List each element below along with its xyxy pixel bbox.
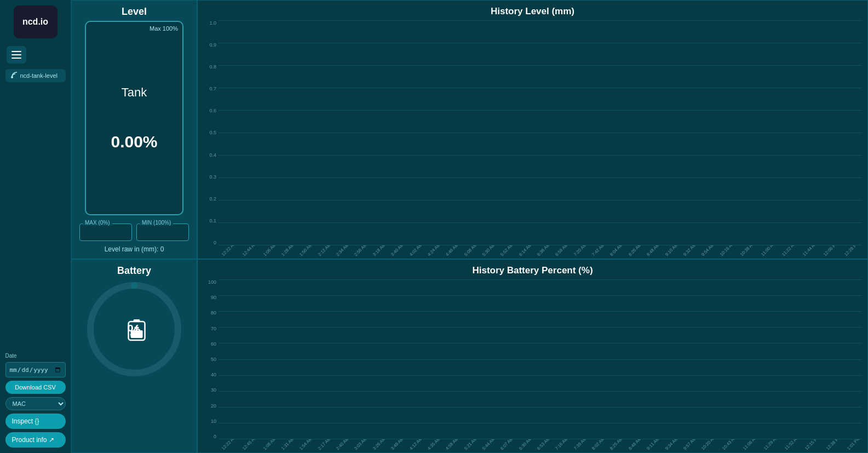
battery-title: Battery (117, 265, 151, 277)
tank-value: 0.00% (111, 133, 157, 151)
y-label: 1.0 (203, 20, 216, 26)
battery-circle: % (85, 280, 183, 379)
grid-line (219, 20, 862, 21)
grid-lines-battery (219, 279, 862, 439)
x-label: 8:48 AM (628, 439, 642, 451)
x-label: 2:40 AM (335, 439, 350, 451)
grid-line (219, 311, 862, 312)
x-label: 6:36 AM (536, 245, 551, 257)
main-content: Level Max 100% Tank 0.00% MAX (0%) 9999 … (71, 0, 868, 453)
grid-line (219, 177, 862, 178)
max-input[interactable]: 9999 (79, 223, 132, 241)
x-label: 1:50 AM (298, 245, 313, 257)
x-label: 11:22 AM (781, 245, 797, 257)
svg-rect-1 (12, 54, 21, 55)
grid-line (219, 245, 862, 245)
x-label: 6:53 AM (536, 439, 551, 451)
grid-line (219, 88, 862, 88)
grid-line (219, 375, 862, 376)
tank-label: Tank (122, 85, 147, 100)
x-label: 1:01 PM (846, 439, 861, 451)
tank-container: Max 100% Tank 0.00% (85, 21, 183, 215)
product-info-button[interactable]: Product info ↗ (5, 432, 66, 448)
x-label: 8:25 AM (609, 439, 624, 451)
x-label: 3:40 AM (390, 245, 405, 257)
x-label: 9:54 AM (700, 245, 715, 257)
inspect-button[interactable]: Inspect {} (5, 414, 66, 429)
x-label: 4:46 AM (445, 245, 459, 257)
y-label: 0.4 (203, 152, 216, 158)
min-input-label: MIN (100%) (140, 220, 173, 226)
x-label: 8:02 AM (591, 439, 606, 451)
y-axis-level: 1.00.90.80.70.60.50.40.30.20.10 (203, 20, 219, 259)
x-label: 4:24 AM (427, 245, 441, 257)
x-label: 3:26 AM (372, 439, 387, 451)
x-label: 11:29 AM (763, 439, 779, 451)
mqtt-tag[interactable]: ncd-tank-level (5, 69, 66, 82)
x-label: 11:00 AM (760, 245, 777, 257)
x-label: 4:12 AM (409, 439, 423, 451)
grid-line (219, 359, 862, 360)
date-label: Date (5, 353, 66, 359)
x-label: 5:44 AM (481, 439, 496, 451)
x-label: 9:11 AM (646, 439, 660, 451)
x-label: 2:34 AM (335, 245, 350, 257)
grid-line (219, 43, 862, 43)
y-label: 60 (203, 341, 216, 347)
y-label: 100 (203, 279, 216, 285)
y-label: 0.2 (203, 196, 216, 202)
x-label: 10:43 AM (721, 439, 738, 451)
mac-select[interactable]: MAC (5, 397, 66, 410)
level-title: Level (122, 6, 147, 18)
x-label: 4:58 AM (445, 439, 459, 451)
history-battery-panel: History Battery Percent (%) 100908070605… (197, 259, 868, 453)
x-label: 3:03 AM (353, 439, 368, 451)
x-label: 12:38 PM (825, 439, 842, 451)
date-input[interactable] (5, 362, 66, 377)
x-label: 5:52 AM (499, 245, 514, 257)
y-axis-battery: 1009080706050403020100 (203, 279, 219, 452)
download-csv-button[interactable]: Download CSV (5, 381, 66, 394)
max-input-label: MAX (0%) (83, 220, 112, 226)
y-label: 0.5 (203, 130, 216, 135)
x-label: 11:44 AM (802, 245, 818, 257)
min-input[interactable]: 500 (136, 223, 189, 241)
grid-line (219, 200, 862, 200)
x-label: 2:12 AM (317, 245, 332, 257)
x-label: 5:30 AM (481, 245, 496, 257)
svg-rect-8 (131, 330, 143, 338)
y-label: 10 (203, 418, 216, 424)
x-label: 10:38 AM (739, 245, 756, 257)
x-label: 12:15 PM (804, 439, 821, 451)
x-label: 1:28 AM (280, 245, 295, 257)
chart-body-battery: 12:22 AM12:45 AM1:08 AM1:31 AM1:54 AM2:1… (219, 279, 862, 452)
history-level-chart: 1.00.90.80.70.60.50.40.30.20.10 12:22 AM… (203, 20, 862, 259)
x-label: 7:16 AM (554, 439, 569, 451)
x-label: 10:16 AM (719, 245, 735, 257)
battery-inner: % (128, 319, 141, 339)
grid-lines-level (219, 20, 862, 245)
x-label: 1:08 AM (262, 439, 277, 451)
history-level-panel: History Level (mm) 1.00.90.80.70.60.50.4… (197, 0, 868, 259)
x-label: 7:42 AM (591, 245, 606, 257)
svg-rect-2 (12, 58, 21, 59)
history-battery-chart: 1009080706050403020100 12:22 AM12:45 AM1… (203, 279, 862, 452)
menu-button[interactable] (7, 46, 26, 64)
grid-line (219, 407, 862, 408)
x-label: 4:02 AM (409, 245, 423, 257)
x-label: 10:20 AM (700, 439, 717, 451)
x-label: 9:32 AM (682, 245, 697, 257)
y-label: 0 (203, 240, 216, 245)
x-label: 11:06 AM (742, 439, 758, 451)
x-label: 9:34 AM (664, 439, 679, 451)
x-label: 9:10 AM (664, 245, 679, 257)
history-battery-title: History Battery Percent (%) (203, 265, 862, 276)
y-label: 0 (203, 434, 216, 439)
y-label: 0.1 (203, 218, 216, 223)
max-input-group: MAX (0%) 9999 (79, 220, 132, 241)
history-level-title: History Level (mm) (203, 6, 862, 17)
x-label: 1:06 AM (262, 245, 277, 257)
x-label: 12:06 PM (823, 245, 840, 257)
x-axis-battery: 12:22 AM12:45 AM1:08 AM1:31 AM1:54 AM2:1… (219, 439, 862, 452)
logo: ncd.io (14, 5, 58, 38)
